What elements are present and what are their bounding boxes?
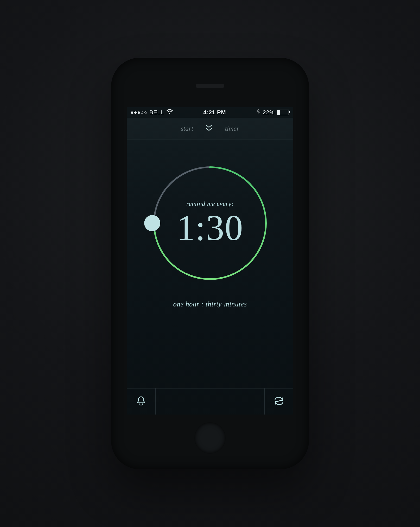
dial-value-words: one hour : thirty-minutes: [173, 300, 247, 308]
app-screen: BELL 4:21 PM 22% start: [127, 107, 293, 415]
bottom-bar-spacer: [156, 388, 264, 415]
dial-value: 1:30: [177, 210, 244, 246]
repeat-icon: [273, 396, 285, 407]
carrier-label: BELL: [149, 109, 164, 116]
header-left-label[interactable]: start: [181, 125, 193, 133]
mode-header: start timer: [127, 118, 293, 140]
phone-frame: BELL 4:21 PM 22% start: [111, 58, 309, 469]
status-left: BELL: [131, 109, 173, 116]
wifi-icon: [167, 109, 173, 116]
bell-icon: [135, 395, 147, 408]
dial-readout: remind me every: 1:30: [150, 163, 270, 283]
header-right-label[interactable]: timer: [225, 125, 239, 133]
dial-label: remind me every:: [186, 200, 234, 208]
repeat-button[interactable]: [264, 388, 293, 415]
battery-icon: [277, 110, 289, 115]
status-right: 22%: [256, 109, 289, 116]
main-area: remind me every: 1:30 one hour : thirty-…: [127, 140, 293, 388]
signal-dots-icon: [131, 111, 147, 114]
battery-pct: 22%: [263, 109, 275, 116]
interval-dial[interactable]: remind me every: 1:30: [150, 163, 270, 283]
status-time: 4:21 PM: [203, 109, 226, 116]
status-bar: BELL 4:21 PM 22%: [127, 107, 293, 118]
chevrons-down-icon[interactable]: [205, 124, 213, 134]
bottom-bar: [127, 388, 293, 415]
bell-button[interactable]: [127, 388, 156, 415]
bluetooth-icon: [256, 109, 260, 116]
